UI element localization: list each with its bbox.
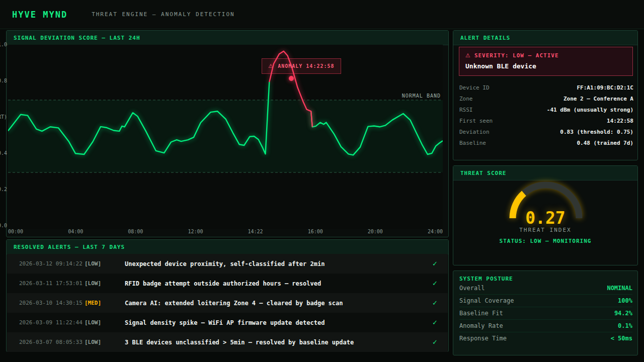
- posture-label: Signal Coverage: [459, 297, 514, 304]
- threat-score-header: THREAT SCORE: [453, 166, 637, 180]
- alert-severity-badge: [MED]: [85, 300, 111, 306]
- resolved-alert-row[interactable]: 2026-03-11 17:53:01[LOW]RFID badge attem…: [7, 274, 448, 293]
- resolved-alerts-title: RESOLVED ALERTS — LAST 7 DAYS: [14, 244, 125, 250]
- detail-value: 0.48 (trained 7d): [577, 140, 633, 146]
- detail-value: FF:A1:09:BC:D2:1C: [577, 84, 633, 91]
- detail-value: Zone 2 — Conference A: [564, 96, 633, 102]
- alert-details-panel: ALERT DETAILS ⚠SEVERITY: LOW — ACTIVE Un…: [453, 30, 638, 160]
- system-posture-panel: SYSTEM POSTURE OverallNOMINALSignal Cove…: [453, 270, 638, 355]
- alert-timestamp: 2026-03-07 08:05:33: [19, 339, 84, 345]
- alert-message: 3 BLE devices unclassified > 5min — reso…: [112, 339, 427, 346]
- top-bar: HYVE MYND THREAT ENGINE — ANOMALY DETECT…: [0, 0, 644, 29]
- resolved-alert-row[interactable]: 2026-03-09 11:22:44[LOW]Signal density s…: [7, 313, 448, 332]
- alert-severity-badge: [LOW]: [85, 339, 111, 345]
- posture-row: Anomaly Rate0.1%: [459, 320, 632, 332]
- posture-label: Anomaly Rate: [459, 322, 503, 329]
- chart-x-axis: 00:0004:0008:0012:0014:2216:0020:0024:00: [8, 229, 443, 234]
- posture-value: 100%: [618, 297, 632, 304]
- chart-panel-header: SIGNAL DEVIATION SCORE — LAST 24H: [7, 31, 448, 45]
- alert-detail-fields: Device IDFF:A1:09:BC:D2:1CZoneZone 2 — C…: [459, 82, 633, 148]
- resolved-check-icon: ✓: [428, 299, 438, 307]
- alert-timestamp: 2026-03-10 14:30:15: [19, 300, 84, 306]
- alert-details-header: ALERT DETAILS: [453, 31, 637, 45]
- resolved-alerts-list: 2026-03-12 09:14:22[LOW]Unexpected devic…: [7, 254, 448, 351]
- posture-row: Signal Coverage100%: [459, 295, 632, 307]
- resolved-alerts-header: RESOLVED ALERTS — LAST 7 DAYS: [7, 240, 448, 254]
- threat-index-label: THREAT INDEX: [453, 227, 637, 233]
- alert-timestamp: 2026-03-11 17:53:01: [19, 280, 84, 287]
- signal-deviation-chart-panel: SIGNAL DEVIATION SCORE — LAST 24H NORMAL…: [6, 30, 449, 237]
- app-subtitle: THREAT ENGINE — ANOMALY DETECTION: [92, 11, 235, 18]
- alert-timestamp: 2026-03-09 11:22:44: [19, 319, 84, 326]
- x-tick-label: 20:00: [368, 229, 383, 234]
- detail-row: Device IDFF:A1:09:BC:D2:1C: [459, 82, 633, 93]
- detail-label: Zone: [459, 96, 473, 102]
- posture-label: Baseline Fit: [459, 310, 503, 317]
- device-name: Unknown BLE device: [465, 62, 626, 70]
- x-tick-label: 16:00: [308, 229, 323, 234]
- warning-icon: ⚠: [268, 63, 274, 69]
- alert-details-title: ALERT DETAILS: [460, 35, 510, 41]
- resolved-alert-row[interactable]: 2026-03-10 14:30:15[MED]Camera AI: exten…: [7, 293, 448, 313]
- detail-label: Baseline: [459, 140, 486, 146]
- anomaly-annotation-label: ANOMALY 14:22:58: [278, 63, 334, 69]
- detail-row: First seen14:22:58: [459, 115, 633, 126]
- detail-row: Deviation0.83 (threshold: 0.75): [459, 126, 633, 137]
- threat-status: STATUS: LOW — MONITORING: [453, 238, 637, 244]
- alert-message: Unexpected device proximity, self-classi…: [112, 260, 427, 267]
- alert-message: Signal density spike — WiFi AP firmware …: [112, 319, 427, 326]
- detail-value: 0.83 (threshold: 0.75): [560, 129, 633, 135]
- x-tick-label: 00:00: [8, 229, 23, 234]
- warning-icon: ⚠: [465, 52, 471, 59]
- x-tick-label: 04:00: [68, 229, 83, 234]
- detail-label: First seen: [459, 118, 493, 124]
- alert-message: RFID badge attempt outside authorized ho…: [112, 280, 427, 287]
- x-tick-label: 12:00: [188, 229, 203, 234]
- detail-row: RSSI-41 dBm (unusually strong): [459, 104, 633, 115]
- alert-message: Camera AI: extended loitering Zone 4 — c…: [112, 300, 427, 307]
- posture-value: < 50ms: [611, 335, 632, 342]
- posture-value: 94.2%: [614, 310, 632, 317]
- severity-text: SEVERITY: LOW — ACTIVE: [474, 52, 559, 59]
- resolved-check-icon: ✓: [428, 260, 438, 267]
- chart-panel-title: SIGNAL DEVIATION SCORE — LAST 24H: [14, 35, 140, 41]
- threat-score-title: THREAT SCORE: [460, 170, 506, 176]
- posture-row: Baseline Fit94.2%: [459, 307, 632, 320]
- resolved-check-icon: ✓: [428, 319, 438, 326]
- alert-severity-badge: [LOW]: [85, 260, 111, 267]
- posture-label: Response Time: [459, 335, 507, 342]
- detail-label: RSSI: [459, 107, 473, 113]
- posture-label: Overall: [459, 285, 485, 292]
- alert-severity-badge: [LOW]: [85, 319, 111, 326]
- threat-index-value: 0.27: [453, 208, 637, 228]
- detail-value: -41 dBm (unusually strong): [547, 107, 633, 113]
- threat-score-panel: THREAT SCORE 0.27 THREAT INDEX STATUS: L…: [453, 165, 638, 265]
- resolved-check-icon: ✓: [428, 338, 438, 346]
- alert-severity-badge: [LOW]: [85, 280, 111, 287]
- resolved-alerts-panel: RESOLVED ALERTS — LAST 7 DAYS 2026-03-12…: [6, 239, 449, 352]
- detail-label: Deviation: [459, 129, 490, 135]
- detail-row: Baseline0.48 (trained 7d): [459, 137, 633, 148]
- posture-row: Response Time< 50ms: [459, 332, 632, 344]
- x-tick-label: 24:00: [428, 229, 443, 234]
- system-posture-title: SYSTEM POSTURE: [459, 276, 637, 282]
- detail-value: 14:22:58: [607, 118, 633, 124]
- severity-banner: ⚠SEVERITY: LOW — ACTIVE Unknown BLE devi…: [459, 47, 633, 76]
- posture-value: 0.1%: [618, 322, 632, 329]
- x-tick-label: 14:22: [248, 229, 263, 234]
- system-posture-rows: OverallNOMINALSignal Coverage100%Baselin…: [459, 282, 632, 344]
- deviation-line-chart[interactable]: NORMAL BAND ⚠ANOMALY 14:22:58: [8, 45, 443, 229]
- app-logo: HYVE MYND: [12, 10, 67, 20]
- severity-line: ⚠SEVERITY: LOW — ACTIVE: [465, 52, 626, 59]
- detail-label: Device ID: [459, 84, 490, 91]
- normal-band-label: NORMAL BAND: [402, 93, 441, 99]
- posture-row: OverallNOMINAL: [459, 282, 632, 295]
- posture-value: NOMINAL: [607, 285, 632, 292]
- resolved-alert-row[interactable]: 2026-03-07 08:05:33[LOW]3 BLE devices un…: [7, 332, 448, 352]
- anomaly-annotation: ⚠ANOMALY 14:22:58: [262, 58, 341, 74]
- x-tick-label: 08:00: [128, 229, 143, 234]
- resolved-check-icon: ✓: [428, 280, 438, 287]
- detail-row: ZoneZone 2 — Conference A: [459, 93, 633, 104]
- resolved-alert-row[interactable]: 2026-03-12 09:14:22[LOW]Unexpected devic…: [7, 254, 448, 274]
- alert-timestamp: 2026-03-12 09:14:22: [19, 260, 84, 267]
